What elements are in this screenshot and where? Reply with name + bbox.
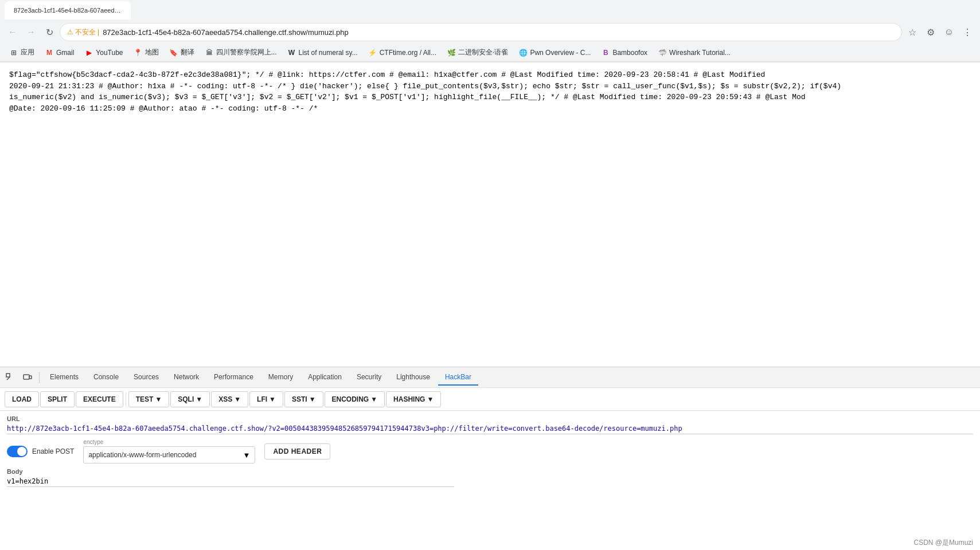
ssti-button[interactable]: SSTI ▼ — [284, 391, 323, 407]
url-input[interactable] — [7, 423, 973, 434]
csdn-credit: CSDN @是Mumuzi — [913, 538, 973, 548]
youtube-icon: ▶ — [84, 48, 93, 57]
hackbar-body: URL Enable POST enctype application/x-ww… — [0, 411, 980, 492]
tab-console[interactable]: Console — [87, 370, 126, 386]
url-section: URL — [7, 415, 973, 434]
execute-button[interactable]: EXECUTE — [76, 391, 123, 407]
lfi-button[interactable]: LFI ▼ — [249, 391, 283, 407]
bookmark-apps[interactable]: ⊞ 应用 — [5, 45, 39, 60]
hashing-dropdown-icon: ▼ — [427, 395, 434, 403]
lfi-dropdown-icon: ▼ — [269, 395, 276, 403]
bookmark-numeral[interactable]: W List of numeral sy... — [283, 46, 362, 60]
sichuan-icon: 🏛 — [205, 48, 214, 57]
responsive-icon-btn[interactable] — [19, 370, 36, 386]
tab-sources[interactable]: Sources — [127, 370, 166, 386]
body-section: Body — [7, 468, 973, 487]
warning-icon: ⚠ — [67, 28, 73, 36]
test-button[interactable]: TEST ▼ — [128, 391, 170, 407]
forward-button[interactable]: → — [23, 24, 39, 40]
sqli-button[interactable]: SQLI ▼ — [170, 391, 210, 407]
test-dropdown-icon: ▼ — [155, 395, 162, 403]
xss-dropdown-icon: ▼ — [234, 395, 241, 403]
bookmark-translate[interactable]: 🔖 翻译 — [165, 45, 199, 60]
code-line-4: @Date: 2020-09-16 11:25:09 # @Author: at… — [9, 103, 971, 115]
svg-rect-2 — [29, 376, 32, 379]
bookmark-pwn[interactable]: 🌐 Pwn Overview - C... — [514, 46, 595, 60]
menu-button[interactable]: ⋮ — [959, 24, 975, 40]
split-button[interactable]: SPLIT — [40, 391, 75, 407]
page-content: $flag="ctfshow{b5c3dacf-cda2-4c3b-872f-e… — [0, 62, 980, 367]
tab-lighthouse[interactable]: Lighthouse — [389, 370, 437, 386]
bookmarks-bar: ⊞ 应用 M Gmail ▶ YouTube 📍 地图 🔖 翻译 🏛 四川警察学… — [0, 44, 980, 62]
binary-icon: 🌿 — [447, 48, 456, 57]
enable-post-label: Enable POST — [32, 447, 74, 455]
browser-chrome: 872e3acb-1cf1-45e4-b82a-607aeeda5754.cha… — [0, 0, 980, 62]
ssti-dropdown-icon: ▼ — [309, 395, 316, 403]
wiki-icon: W — [287, 48, 296, 57]
post-row: Enable POST enctype application/x-www-fo… — [7, 439, 973, 463]
devtools: Elements Console Sources Network Perform… — [0, 367, 980, 550]
toggle-group: Enable POST — [7, 446, 74, 457]
bookmark-wireshark[interactable]: 🦈 Wireshark Tutorial... — [653, 46, 735, 60]
code-line-3: is_numeric($v2) and is_numeric($v3); $v3… — [9, 92, 971, 103]
translate-icon: 🔖 — [169, 48, 178, 57]
toggle-knob — [17, 447, 26, 456]
load-button[interactable]: LOAD — [5, 391, 39, 407]
apps-icon: ⊞ — [9, 48, 18, 57]
code-line-2: 2020-09-21 21:31:23 # @Author: h1xa # -*… — [9, 81, 971, 92]
pwn-icon: 🌐 — [518, 48, 528, 57]
svg-rect-1 — [24, 375, 29, 379]
enctype-label: enctype — [83, 439, 255, 445]
enctype-dropdown-icon: ▼ — [243, 451, 251, 459]
star-button[interactable]: ☆ — [904, 24, 920, 40]
tab-bar: 872e3acb-1cf1-45e4-b82a-607aeeda5754.cha… — [0, 0, 980, 21]
tab-performance[interactable]: Performance — [207, 370, 260, 386]
back-button[interactable]: ← — [5, 24, 21, 40]
bookmark-binary[interactable]: 🌿 二进制安全·语雀 — [442, 45, 513, 60]
profile-button[interactable]: ☺ — [941, 24, 957, 40]
tab-application[interactable]: Application — [301, 370, 349, 386]
browser-tab[interactable]: 872e3acb-1cf1-45e4-b82a-607aeeda5754.cha… — [5, 1, 131, 19]
hb-sep-1 — [126, 392, 126, 406]
reload-button[interactable]: ↻ — [41, 24, 57, 40]
encoding-dropdown-icon: ▼ — [370, 395, 377, 403]
enctype-section: enctype application/x-www-form-urlencode… — [83, 439, 255, 463]
address-text: 872e3acb-1cf1-45e4-b82a-607aeeda5754.cha… — [103, 28, 349, 37]
gmail-icon: M — [45, 48, 54, 57]
bookmark-sichuan[interactable]: 🏛 四川警察学院网上... — [200, 45, 282, 60]
code-line-1: $flag="ctfshow{b5c3dacf-cda2-4c3b-872f-e… — [9, 69, 971, 81]
encoding-button[interactable]: ENCODING ▼ — [325, 391, 385, 407]
enctype-value: application/x-www-form-urlencoded — [88, 451, 243, 459]
address-bar-row: ← → ↻ ⚠ 不安全 | 872e3acb-1cf1-45e4-b82a-60… — [0, 21, 980, 44]
security-warning: ⚠ 不安全 | — [67, 28, 99, 37]
tab-hackbar[interactable]: HackBar — [438, 370, 478, 386]
wireshark-icon: 🦈 — [658, 48, 667, 57]
tab-memory[interactable]: Memory — [261, 370, 300, 386]
tab-security[interactable]: Security — [350, 370, 388, 386]
bookmark-youtube[interactable]: ▶ YouTube — [80, 46, 127, 60]
hashing-button[interactable]: HASHING ▼ — [386, 391, 441, 407]
hackbar-toolbar: LOAD SPLIT EXECUTE TEST ▼ SQLI ▼ XSS ▼ L… — [0, 388, 980, 411]
enctype-select-wrapper[interactable]: application/x-www-form-urlencoded ▼ — [83, 446, 255, 463]
tab-title: 872e3acb-1cf1-45e4-b82a-607aeeda5754.cha… — [14, 7, 122, 14]
xss-button[interactable]: XSS ▼ — [211, 391, 248, 407]
toolbar-separator — [39, 372, 40, 383]
body-input[interactable] — [7, 476, 454, 487]
bamboofox-icon: B — [601, 48, 610, 57]
tab-network[interactable]: Network — [167, 370, 206, 386]
ctftime-icon: ⚡ — [368, 48, 377, 57]
extensions-button[interactable]: ⚙ — [923, 24, 939, 40]
sqli-dropdown-icon: ▼ — [196, 395, 202, 403]
bookmark-bamboofox[interactable]: B Bamboofox — [596, 46, 652, 60]
bookmark-maps[interactable]: 📍 地图 — [129, 45, 163, 60]
maps-icon: 📍 — [134, 48, 143, 57]
address-bar[interactable]: ⚠ 不安全 | 872e3acb-1cf1-45e4-b82a-607aeeda… — [60, 23, 902, 41]
bookmark-gmail[interactable]: M Gmail — [40, 46, 79, 60]
bookmark-ctftime[interactable]: ⚡ CTFtime.org / All... — [364, 46, 441, 60]
inspect-icon-btn[interactable] — [2, 370, 18, 386]
tab-elements[interactable]: Elements — [43, 370, 85, 386]
url-label: URL — [7, 415, 973, 422]
enable-post-toggle[interactable] — [7, 446, 28, 457]
devtools-toolbar: Elements Console Sources Network Perform… — [0, 367, 980, 388]
add-header-button[interactable]: ADD HEADER — [264, 443, 330, 459]
